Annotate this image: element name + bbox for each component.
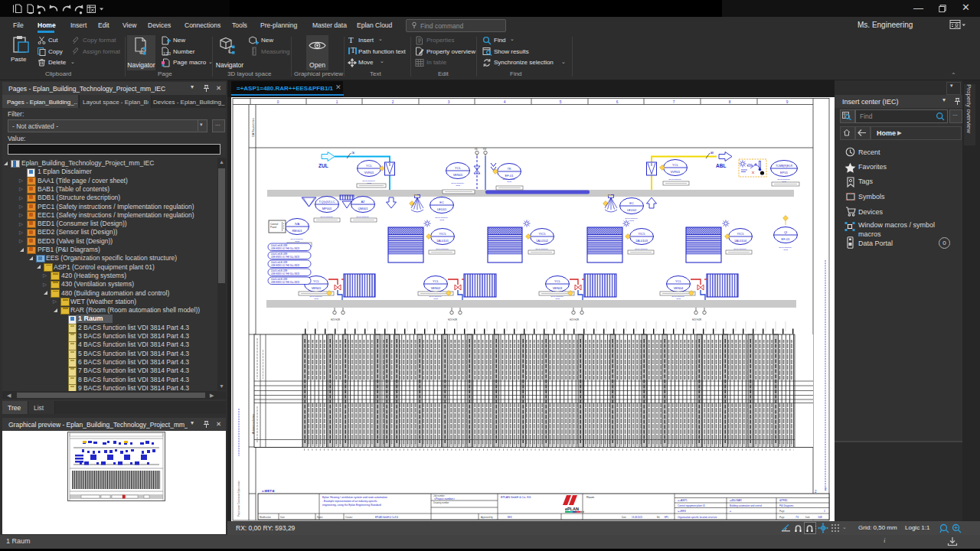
svg-text:RBG01: RBG01 xyxy=(292,229,302,233)
svg-text:TK: TK xyxy=(507,167,511,171)
svg-text:Raum: Raum xyxy=(586,496,594,499)
svg-text:EF-01: EF-01 xyxy=(505,174,514,178)
svg-text:YCL: YCL xyxy=(313,279,320,283)
svg-text:YCL: YCL xyxy=(433,279,439,283)
svg-text:Control: Control xyxy=(270,223,279,226)
svg-text:Control equipment plant 01: Control equipment plant 01 xyxy=(678,504,705,507)
svg-text:Creator: Creator xyxy=(345,516,352,519)
svg-text:P&I Diagrams: P&I Diagrams xyxy=(779,504,794,507)
svg-text:Modification: Modification xyxy=(260,516,271,519)
svg-text:108: 108 xyxy=(818,516,822,519)
svg-text:engineering, using the Eplan E: engineering, using the Eplan Engineering… xyxy=(322,504,381,507)
svg-text:HZV HZR: HZV HZR xyxy=(448,318,457,321)
svg-text:LEU02: LEU02 xyxy=(627,208,637,212)
svg-text:4: 4 xyxy=(504,100,506,104)
svg-text:YIC5: YIC5 xyxy=(439,232,447,236)
svg-text:KB: KB xyxy=(475,148,478,151)
svg-text:Eplan ‘Heating / ventilation s: Eplan ‘Heating / ventilation system and … xyxy=(322,496,387,499)
svg-text:LWE EWXX /01 THE 3U= 3W23: LWE EWXX /01 THE 3U= 3W23 xyxy=(271,264,300,267)
svg-text:VEN02: VEN02 xyxy=(431,286,441,290)
svg-text:YCL: YCL xyxy=(672,163,679,167)
svg-text:QME: QME xyxy=(783,249,788,251)
svg-text:EF-01: EF-01 xyxy=(782,237,791,241)
svg-text:0: 0 xyxy=(277,100,279,104)
svg-text:1: 1 xyxy=(824,510,825,513)
svg-text:LWE EWXX /01 THE 3U= 3W23: LWE EWXX /01 THE 3U= 3W23 xyxy=(271,272,300,276)
svg-text:=.WET/4: =.WET/4 xyxy=(262,489,275,493)
svg-text:AB: AB xyxy=(710,152,714,155)
svg-text:IVA: IVA xyxy=(295,222,299,226)
svg-text:13.08.2025: 13.08.2025 xyxy=(632,516,642,519)
svg-text:73: 73 xyxy=(795,516,799,519)
svg-text:YIC5: YIC5 xyxy=(639,232,646,236)
svg-text:Date: Date xyxy=(622,516,626,519)
svg-text:LEU01: LEU01 xyxy=(437,207,447,211)
svg-text:VVR01: VVR01 xyxy=(364,171,374,174)
svg-text:HZV HZR: HZV HZR xyxy=(570,318,579,321)
svg-text:Name: Name xyxy=(317,516,323,519)
svg-text:Zuluft-Lmlt-E-LWE: Zuluft-Lmlt-E-LWE xyxy=(271,278,287,281)
svg-text:HZV HZR: HZV HZR xyxy=(692,318,701,321)
svg-text:YCL: YCL xyxy=(455,166,462,170)
svg-text:ZA: ZA xyxy=(351,152,354,155)
svg-text:QME: QME xyxy=(456,184,460,187)
svg-text:QME: QME xyxy=(314,298,318,300)
svg-text:Building automation and contro: Building automation and control xyxy=(730,504,762,507)
svg-text:EPLAN GmbH & Co.KG: EPLAN GmbH & Co.KG xyxy=(375,516,398,519)
svg-text:ePLAN: ePLAN xyxy=(565,507,579,511)
svg-text:=+ASP1: =+ASP1 xyxy=(678,499,688,502)
svg-text:LWE EWXX /01 THE 3U= 3W23: LWE EWXX /01 THE 3U= 3W23 xyxy=(271,247,300,250)
svg-text:Zuluft-Lmlt-E-LWE: Zuluft-Lmlt-E-LWE xyxy=(271,253,287,256)
svg-text:<Project number>: <Project number> xyxy=(434,497,455,500)
svg-text:1AL0101: 1AL0101 xyxy=(436,239,449,243)
svg-text:EPL: EPL xyxy=(665,516,669,519)
svg-text:2: 2 xyxy=(392,100,394,104)
svg-text:GA Raum/orten: GA Raum/orten xyxy=(252,118,255,137)
svg-text:EC: EC xyxy=(439,201,444,204)
svg-text:EP01: EP01 xyxy=(780,171,789,174)
svg-text:YIC5: YIC5 xyxy=(737,232,745,236)
svg-text:=+EES: =+EES xyxy=(678,510,686,513)
svg-text:1AL0103: 1AL0103 xyxy=(635,239,648,243)
svg-text:QI: QI xyxy=(784,230,787,234)
svg-text:8: 8 xyxy=(729,100,731,104)
svg-text:Page: Page xyxy=(779,510,785,513)
svg-text:LWE EWXX /01 THE 3U= 3W23: LWE EWXX /01 THE 3U= 3W23 xyxy=(271,281,300,284)
svg-text:Organization specific location: Organization specific location structure xyxy=(678,516,717,519)
svg-text:Page: Page xyxy=(779,516,785,519)
svg-text:EPLAN GmbH & Co. KG: EPLAN GmbH & Co. KG xyxy=(501,496,531,499)
svg-text:EES: EES xyxy=(508,516,512,519)
svg-text:Job number: Job number xyxy=(433,494,445,497)
svg-text:ABL: ABL xyxy=(716,163,726,168)
svg-text:QME: QME xyxy=(676,298,681,300)
svg-text:1AL0104: 1AL0104 xyxy=(734,239,747,243)
svg-text:VEN01: VEN01 xyxy=(312,286,322,290)
svg-text:6: 6 xyxy=(616,100,619,104)
svg-text:=480.RAR: =480.RAR xyxy=(730,499,742,502)
svg-text:Project name Commission Ep: Project name Commission Eplan version xyxy=(237,481,240,517)
svg-text:VVR01: VVR01 xyxy=(671,170,681,174)
svg-text:T,Q(s)UI,LC: T,Q(s)UI,LC xyxy=(318,200,335,204)
svg-text:Panel: Panel xyxy=(270,226,276,229)
svg-text:&PFB1: &PFB1 xyxy=(779,499,788,502)
svg-text:Zuluft-Lmlt-E-LWE: Zuluft-Lmlt-E-LWE xyxy=(271,244,287,247)
svg-text:Zuluft-Lmlt-E-LWE: Zuluft-Lmlt-E-LWE xyxy=(271,269,287,272)
svg-text:Ed.: Ed. xyxy=(657,516,660,519)
svg-text:Date: Date xyxy=(280,516,285,519)
svg-text:QME: QME xyxy=(507,181,511,183)
svg-text:AZ: AZ xyxy=(361,200,365,204)
svg-text:from: from xyxy=(805,516,810,519)
svg-text:1: 1 xyxy=(336,100,338,104)
svg-text:5: 5 xyxy=(560,100,562,104)
svg-text:KW: KW xyxy=(483,148,487,151)
svg-text:QME: QME xyxy=(555,298,560,300)
svg-text:EC: EC xyxy=(629,201,634,205)
svg-text:QME: QME xyxy=(433,298,438,300)
svg-text:LWE EWXX /01 THE 3U= 3W23: LWE EWXX /01 THE 3U= 3W23 xyxy=(271,256,300,259)
svg-text:MP001: MP001 xyxy=(322,207,332,210)
svg-text:YIC5: YIC5 xyxy=(539,232,547,236)
svg-text:ZUL: ZUL xyxy=(318,163,328,168)
svg-text:1AL0102: 1AL0102 xyxy=(536,239,549,243)
svg-text:Zuluft-Lmlt-E-LWE: Zuluft-Lmlt-E-LWE xyxy=(271,261,287,264)
svg-text:QME: QME xyxy=(629,220,634,222)
